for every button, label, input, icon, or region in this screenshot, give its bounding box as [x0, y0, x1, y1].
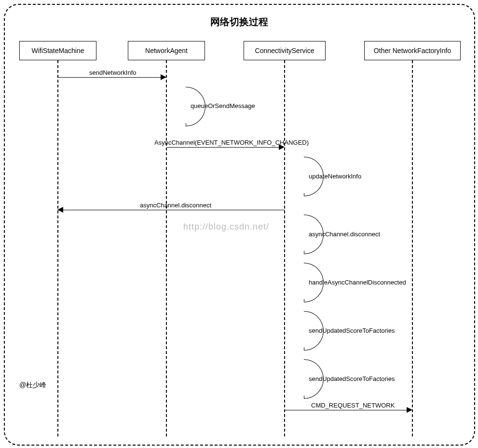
label-asyncdisconnect: asyncChannel.disconnect [309, 231, 380, 238]
label-sendscore1: sendUpdatedScoreToFactories [309, 327, 395, 334]
label-asyncdisconnect-back: asyncChannel.disconnect [140, 202, 211, 209]
lifeline-networkagent [166, 60, 167, 436]
arrow-cmdrequest [285, 410, 407, 410]
actor-wifistatemachine: WifiStateMachine [19, 41, 96, 60]
diagram-title: 网络切换过程 [0, 15, 478, 28]
arrowhead-asyncdisconnect-back [57, 207, 63, 213]
diagram-canvas: 网络切换过程 WifiStateMachine NetworkAgent Con… [0, 0, 478, 448]
lifeline-wifistatemachine [57, 60, 58, 436]
label-sendnetworkinfo: sendNetworkInfo [89, 69, 137, 76]
actor-networkfactoryinfo: Other NetworkFactoryInfo [364, 41, 461, 60]
label-sendscore2: sendUpdatedScoreToFactories [309, 375, 395, 382]
arrowhead-cmdrequest [407, 407, 412, 413]
label-queueorsendmessage: queueOrSendMessage [191, 102, 255, 109]
label-asyncchannel: AsyncChannel(EVENT_NETWORK_INFO_CHANGED) [154, 139, 309, 146]
arrow-asyncchannel [167, 147, 279, 148]
arrow-sendnetworkinfo [58, 77, 161, 78]
label-cmdrequest: CMD_REQUEST_NETWORK [311, 402, 395, 409]
arrowhead-sendnetworkinfo [161, 74, 166, 80]
watermark-text: http://blog.csdn.net/ [183, 222, 269, 232]
author-signature: @杜少峰 [19, 381, 46, 390]
actor-networkagent: NetworkAgent [128, 41, 205, 60]
lifeline-connectivityservice [284, 60, 285, 436]
label-updatenetworkinfo: updateNetworkInfo [309, 173, 361, 180]
actor-connectivityservice: ConnectivityService [244, 41, 326, 60]
label-handleasync: handleAsyncChannelDisconnected [309, 279, 406, 286]
arrow-asyncdisconnect-back [63, 210, 285, 210]
lifeline-networkfactoryinfo [412, 60, 413, 436]
